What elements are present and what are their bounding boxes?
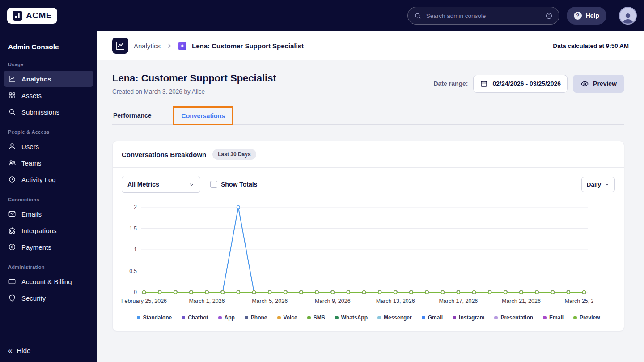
svg-text:February 25, 2026: February 25, 2026 — [121, 298, 167, 304]
sidebar-hide-button[interactable]: « Hide — [0, 340, 97, 362]
sidebar-item-label: Analytics — [21, 75, 51, 83]
chevron-down-icon — [189, 182, 195, 187]
sidebar-item-label: Integrations — [21, 227, 56, 234]
legend-item-standalone[interactable]: Standalone — [137, 315, 172, 321]
legend-dot — [335, 316, 339, 319]
legend-dot — [218, 316, 222, 319]
date-range-label: Date range: — [433, 80, 468, 87]
preview-button[interactable]: Preview — [573, 75, 624, 93]
help-button[interactable]: ? Help — [567, 7, 606, 25]
question-icon: ? — [574, 12, 582, 20]
legend-label: Messenger — [384, 315, 412, 321]
interval-select[interactable]: Daily — [581, 177, 615, 192]
tab-conversations[interactable]: Conversations — [173, 106, 233, 125]
legend-item-preview[interactable]: Preview — [573, 315, 600, 321]
svg-text:0.5: 0.5 — [129, 268, 137, 274]
data-calculated-status: Data calculated at 9:50 AM — [553, 43, 629, 49]
sidebar-item-integrations[interactable]: Integrations — [4, 222, 93, 238]
legend-dot — [245, 316, 248, 319]
legend-item-instagram[interactable]: Instagram — [453, 315, 484, 321]
sidebar-item-users[interactable]: Users — [4, 138, 93, 154]
legend-item-chatbot[interactable]: Chatbot — [182, 315, 208, 321]
svg-text:0: 0 — [134, 289, 137, 295]
svg-text:2: 2 — [134, 204, 137, 210]
user-icon — [8, 142, 16, 150]
breadcrumb-analytics-link[interactable]: Analytics — [134, 42, 161, 50]
legend-dot — [377, 316, 381, 319]
sidebar-item-payments[interactable]: $ Payments — [4, 239, 93, 255]
page-content: Lena: Customer Support Specialist Create… — [97, 60, 644, 331]
section-label-administration: Administration — [0, 256, 97, 273]
search-icon — [414, 12, 422, 20]
last-30-days-badge: Last 30 Days — [212, 149, 256, 160]
sidebar-item-analytics[interactable]: Analytics — [4, 71, 93, 87]
double-chevron-left-icon: « — [8, 347, 12, 354]
user-avatar[interactable] — [619, 7, 637, 25]
conversations-breakdown-card: Conversations Breakdown Last 30 Days All… — [112, 141, 624, 331]
acme-logo[interactable]: ACME — [7, 8, 57, 24]
hide-label: Hide — [17, 347, 30, 354]
legend-label: Phone — [251, 315, 267, 321]
legend-dot — [422, 316, 425, 319]
envelope-icon — [8, 210, 16, 218]
legend-item-app[interactable]: App — [218, 315, 235, 321]
svg-text:March 17, 2026: March 17, 2026 — [439, 298, 478, 304]
info-icon[interactable] — [545, 12, 553, 20]
analytics-tile-icon[interactable] — [112, 38, 128, 54]
svg-text:March 21, 2026: March 21, 2026 — [502, 298, 541, 304]
credit-card-icon — [8, 277, 16, 285]
conversations-line-chart: 00.511.52February 25, 2026March 1, 2026M… — [116, 200, 593, 308]
sidebar-item-label: Users — [21, 143, 39, 150]
legend-label: Email — [549, 315, 564, 321]
tab-performance[interactable]: Performance — [112, 106, 153, 124]
people-icon — [8, 159, 16, 167]
date-range-picker[interactable]: 02/24/2026 - 03/25/2026 — [473, 75, 568, 93]
svg-text:March 25, 2026: March 25, 2026 — [565, 298, 593, 304]
legend-label: Standalone — [143, 315, 172, 321]
svg-text:March 9, 2026: March 9, 2026 — [315, 298, 351, 304]
svg-text:$: $ — [11, 245, 13, 249]
preview-label: Preview — [593, 80, 617, 87]
sidebar-item-teams[interactable]: Teams — [4, 155, 93, 171]
sidebar-item-submissions[interactable]: Submissions — [4, 104, 93, 120]
sidebar-item-label: Payments — [21, 243, 51, 251]
interval-value: Daily — [587, 181, 601, 188]
search-input[interactable] — [426, 13, 541, 19]
sidebar-item-label: Security — [21, 294, 46, 302]
show-totals-checkbox[interactable] — [210, 181, 217, 188]
legend-dot — [182, 316, 185, 319]
admin-search-bar[interactable] — [407, 7, 559, 25]
sidebar-item-security[interactable]: Security — [4, 290, 93, 306]
legend-label: Gmail — [428, 315, 443, 321]
legend-item-presentation[interactable]: Presentation — [494, 315, 533, 321]
legend-item-phone[interactable]: Phone — [245, 315, 267, 321]
grid-icon — [8, 91, 16, 99]
legend-item-voice[interactable]: Voice — [277, 315, 297, 321]
sidebar-nav: Usage Analytics Assets Submissions Peopl… — [0, 53, 97, 340]
legend-item-sms[interactable]: SMS — [307, 315, 325, 321]
legend-item-messenger[interactable]: Messenger — [377, 315, 412, 321]
chevron-down-icon — [605, 182, 610, 187]
chart-line-icon — [8, 75, 16, 83]
sidebar-item-emails[interactable]: Emails — [4, 206, 93, 222]
sidebar: Admin Console Usage Analytics Assets Sub… — [0, 31, 97, 362]
legend-item-email[interactable]: Email — [543, 315, 564, 321]
sidebar-item-activity-log[interactable]: Activity Log — [4, 171, 93, 187]
page-title: Lena: Customer Support Specialist — [112, 72, 276, 84]
sidebar-item-label: Teams — [21, 159, 41, 167]
svg-text:1: 1 — [134, 247, 137, 253]
svg-text:1.5: 1.5 — [129, 226, 137, 232]
section-label-usage: Usage — [0, 53, 97, 70]
legend-dot — [307, 316, 311, 319]
svg-text:March 1, 2026: March 1, 2026 — [189, 298, 225, 304]
legend-item-whatsapp[interactable]: WhatsApp — [335, 315, 368, 321]
show-totals-control: Show Totals — [210, 181, 257, 188]
logo-text: ACME — [26, 11, 52, 21]
legend-label: SMS — [314, 315, 325, 321]
legend-item-gmail[interactable]: Gmail — [422, 315, 443, 321]
sidebar-item-account-billing[interactable]: Account & Billing — [4, 273, 93, 290]
metrics-filter-select[interactable]: All Metrics — [122, 176, 200, 193]
chart-area: 00.511.52February 25, 2026March 1, 2026M… — [113, 195, 624, 310]
page-subtitle: Created on March 3, 2026 by Alice — [112, 88, 276, 95]
sidebar-item-assets[interactable]: Assets — [4, 87, 93, 103]
